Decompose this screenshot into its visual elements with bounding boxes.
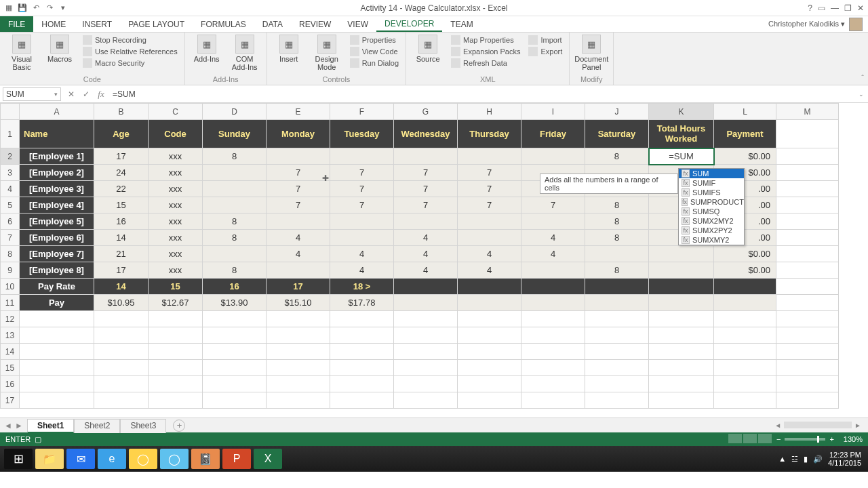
autocomplete-sumifs[interactable]: fxSUMIFS xyxy=(679,188,744,197)
cell-empty-12-5[interactable] xyxy=(330,311,394,327)
row-hdr-8[interactable]: 8 xyxy=(1,246,20,262)
col-hdr-I[interactable]: I xyxy=(521,104,585,120)
cell-empty-14-10[interactable] xyxy=(649,344,714,360)
cell-J6[interactable]: 8 xyxy=(585,214,649,230)
header-total-hours-worked[interactable]: Total HoursWorked xyxy=(649,120,714,148)
cell-name-7[interactable]: [Employee 6] xyxy=(20,230,94,246)
cell-pay-10[interactable] xyxy=(714,295,776,311)
autocomplete-sumxmy2[interactable]: fxSUMXMY2 xyxy=(679,235,744,245)
cell-empty-14-12[interactable] xyxy=(776,344,839,360)
hscroll-right-icon[interactable]: ► xyxy=(854,422,861,429)
cell-empty-12-0[interactable] xyxy=(20,311,94,327)
cell-empty-16-3[interactable] xyxy=(203,376,267,392)
cell-empty-16-5[interactable] xyxy=(330,376,394,392)
cell-M2[interactable] xyxy=(776,148,839,165)
taskbar-btn-0[interactable]: ⊞ xyxy=(4,449,33,469)
cell-payrate-4[interactable]: 18 > xyxy=(330,279,394,295)
cell-B8[interactable]: 21 xyxy=(94,246,149,262)
cell-empty-13-9[interactable] xyxy=(585,327,649,344)
cell-G2[interactable] xyxy=(394,148,458,165)
cell-payrate-3[interactable]: 17 xyxy=(267,279,330,295)
cell-I5[interactable]: 7 xyxy=(521,197,585,214)
cell-D9[interactable]: 8 xyxy=(203,262,267,279)
minimize-icon[interactable]: — xyxy=(831,3,839,13)
cell-G6[interactable] xyxy=(394,214,458,230)
cell-M7[interactable] xyxy=(776,230,839,246)
tab-formulas[interactable]: FORMULAS xyxy=(193,16,254,32)
map-properties-button[interactable]: Map Properties xyxy=(450,35,521,45)
stop-recording-button[interactable]: Stop Recording xyxy=(81,35,179,45)
tab-home[interactable]: HOME xyxy=(33,16,74,32)
cell-payrate-0[interactable]: 14 xyxy=(94,279,149,295)
cell-I7[interactable]: 4 xyxy=(521,230,585,246)
cell-E9[interactable] xyxy=(267,262,330,279)
cell-empty-13-3[interactable] xyxy=(203,327,267,344)
view-code-button[interactable]: View Code xyxy=(349,46,400,57)
cell-payrate-2[interactable]: 16 xyxy=(203,279,267,295)
taskbar-btn-7[interactable]: P xyxy=(222,449,251,469)
cell-M4[interactable] xyxy=(776,181,839,197)
cell-empty-16-6[interactable] xyxy=(394,376,458,392)
cell-empty-14-7[interactable] xyxy=(458,344,521,360)
formula-input[interactable]: =SUM xyxy=(108,89,854,99)
cell-empty-13-4[interactable] xyxy=(267,327,330,344)
cell-B3[interactable]: 24 xyxy=(94,165,149,181)
qat-more-icon[interactable]: ▾ xyxy=(58,3,68,13)
cell-empty-17-12[interactable] xyxy=(776,392,839,409)
cell-H2[interactable] xyxy=(458,148,521,165)
cell-H3[interactable]: 7 xyxy=(458,165,521,181)
cell-name-9[interactable]: [Employee 8] xyxy=(20,262,94,279)
cell-J8[interactable] xyxy=(585,246,649,262)
cell-C2[interactable]: xxx xyxy=(149,148,203,165)
cell-F6[interactable] xyxy=(330,214,394,230)
cell-name-4[interactable]: [Employee 3] xyxy=(20,181,94,197)
cell-B7[interactable]: 14 xyxy=(94,230,149,246)
cell-L9[interactable]: $0.00 xyxy=(714,262,776,279)
row-hdr-6[interactable]: 6 xyxy=(1,214,20,230)
tab-page-layout[interactable]: PAGE LAYOUT xyxy=(120,16,193,32)
cell-L8[interactable]: $0.00 xyxy=(714,246,776,262)
tab-review[interactable]: REVIEW xyxy=(291,16,339,32)
sheet-nav-prev-icon[interactable]: ◄ xyxy=(4,421,12,430)
cell-empty-17-6[interactable] xyxy=(394,392,458,409)
header-thursday[interactable]: Thursday xyxy=(458,120,521,148)
cell-B5[interactable]: 15 xyxy=(94,197,149,214)
cell-pay-5[interactable] xyxy=(394,295,458,311)
cell-empty-17-1[interactable] xyxy=(94,392,149,409)
cell-name-6[interactable]: [Employee 5] xyxy=(20,214,94,230)
design-button[interactable]: ▦DesignMode xyxy=(311,35,343,71)
cell-empty-17-8[interactable] xyxy=(521,392,585,409)
cell-empty-14-3[interactable] xyxy=(203,344,267,360)
tray-up-icon[interactable]: ▲ xyxy=(778,455,786,463)
hscroll-left-icon[interactable]: ◄ xyxy=(774,422,781,429)
cell-empty-13-2[interactable] xyxy=(149,327,203,344)
cell-empty-14-1[interactable] xyxy=(94,344,149,360)
cell-empty-13-12[interactable] xyxy=(776,327,839,344)
cell-G8[interactable]: 4 xyxy=(394,246,458,262)
cell-empty-17-10[interactable] xyxy=(649,392,714,409)
header-payment[interactable]: Payment xyxy=(714,120,776,148)
cell-empty-14-0[interactable] xyxy=(20,344,94,360)
redo-icon[interactable]: ↷ xyxy=(45,3,54,13)
cell-payrate-10[interactable] xyxy=(714,279,776,295)
cell-empty-15-0[interactable] xyxy=(20,360,94,376)
cell-empty-16-8[interactable] xyxy=(521,376,585,392)
source-button[interactable]: ▦Source xyxy=(412,35,444,63)
cell-L2[interactable]: $0.00 xyxy=(714,148,776,165)
macro-record-icon[interactable]: ▢ xyxy=(35,435,41,444)
save-icon[interactable]: 💾 xyxy=(18,3,27,13)
row-hdr-12[interactable]: 12 xyxy=(1,311,20,327)
cell-E7[interactable]: 4 xyxy=(267,230,330,246)
formula-autocomplete[interactable]: fxSUMfxSUMIFfxSUMIFSfxSUMPRODUCTfxSUMSQf… xyxy=(678,168,745,245)
row-hdr-11[interactable]: 11 xyxy=(1,295,20,311)
cell-E6[interactable] xyxy=(267,214,330,230)
cell-empty-15-1[interactable] xyxy=(94,360,149,376)
close-icon[interactable]: ✕ xyxy=(857,3,864,13)
cell-pay-2[interactable]: $13.90 xyxy=(203,295,267,311)
cell-I9[interactable] xyxy=(521,262,585,279)
cell-empty-12-2[interactable] xyxy=(149,311,203,327)
header-monday[interactable]: Monday xyxy=(267,120,330,148)
cell-payrate-8[interactable] xyxy=(585,279,649,295)
cell-H9[interactable]: 4 xyxy=(458,262,521,279)
cell-empty-13-5[interactable] xyxy=(330,327,394,344)
